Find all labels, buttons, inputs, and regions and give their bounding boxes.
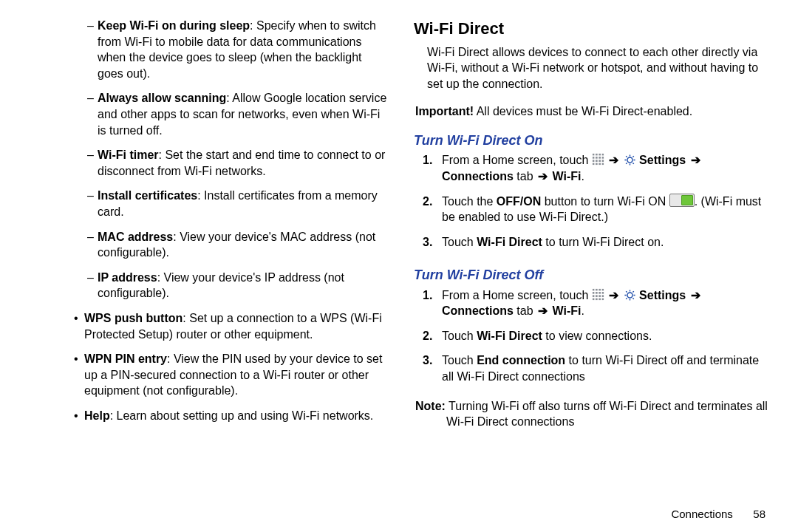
- section-heading: Wi-Fi Direct: [414, 18, 771, 40]
- page-number: 58: [736, 507, 765, 522]
- term: Wi-Fi timer: [98, 149, 159, 161]
- step: Touch the OFF/ON button to turn Wi-Fi ON…: [423, 194, 771, 225]
- step: Touch Wi-Fi Direct to turn Wi-Fi Direct …: [423, 234, 771, 250]
- settings-label: Settings: [639, 289, 686, 301]
- term: Keep Wi-Fi on during sleep: [98, 19, 250, 32]
- connections-label: Connections: [442, 304, 514, 317]
- arrow-icon: ➔: [689, 154, 702, 166]
- list-item: Help: Learn about setting up and using W…: [74, 408, 387, 424]
- step-text: Touch: [442, 236, 477, 248]
- list-item: IP address: View your device's IP addres…: [87, 270, 387, 301]
- step-text: Touch: [442, 330, 477, 342]
- steps-turn-on: From a Home screen, touch ➔ Settings ➔ C…: [423, 152, 771, 259]
- page: Keep Wi-Fi on during sleep: Specify when…: [0, 0, 798, 532]
- gear-icon: [624, 154, 636, 166]
- apps-icon: [592, 288, 604, 301]
- list-item: Keep Wi-Fi on during sleep: Specify when…: [87, 18, 387, 81]
- svg-point-1: [627, 293, 632, 298]
- steps-turn-off: From a Home screen, touch ➔ Settings ➔ C…: [423, 287, 771, 394]
- list-item: Wi-Fi timer: Set the start and end time …: [87, 147, 387, 179]
- arrow-icon: ➔: [536, 304, 549, 317]
- list-item: WPS push button: Set up a connection to …: [74, 310, 387, 342]
- subheading-turn-on: Turn Wi-Fi Direct On: [414, 132, 771, 149]
- desc: : Learn about setting up and using Wi-Fi…: [110, 409, 374, 422]
- term: Help: [84, 409, 110, 422]
- step-text: From a Home screen, touch: [442, 154, 592, 166]
- term: WPN PIN entry: [84, 352, 167, 365]
- arrow-icon: ➔: [607, 289, 620, 301]
- important-label: Important!: [415, 105, 474, 117]
- term: Always allow scanning: [98, 92, 226, 104]
- list-item: MAC address: View your device's MAC addr…: [87, 229, 387, 261]
- tab-text: tab: [514, 304, 536, 317]
- intro-paragraph: Wi-Fi Direct allows devices to connect t…: [427, 44, 771, 92]
- step: From a Home screen, touch ➔ Settings ➔ C…: [423, 287, 771, 319]
- wifi-label: Wi-Fi: [552, 304, 581, 317]
- step-text: to turn Wi-Fi Direct on.: [542, 236, 664, 248]
- apps-icon: [592, 153, 604, 166]
- toggle-on-icon: [669, 194, 695, 207]
- step-text: Touch the: [442, 195, 497, 208]
- dash-list: Keep Wi-Fi on during sleep: Specify when…: [30, 18, 387, 301]
- wifi-label: Wi-Fi: [552, 170, 581, 183]
- step-text: button to turn Wi-Fi ON: [541, 195, 669, 208]
- list-item: Always allow scanning: Allow Google loca…: [87, 90, 387, 138]
- list-item: WPN PIN entry: View the PIN used by your…: [74, 351, 387, 399]
- arrow-icon: ➔: [689, 289, 702, 301]
- step-text: Touch: [442, 354, 477, 366]
- tab-text: tab: [514, 170, 536, 183]
- important-text: All devices must be Wi-Fi Direct-enabled…: [474, 105, 692, 117]
- arrow-icon: ➔: [536, 170, 549, 183]
- end-connection-label: End connection: [477, 354, 565, 366]
- step: Touch Wi-Fi Direct to view connections.: [423, 328, 771, 344]
- wifi-direct-label: Wi-Fi Direct: [477, 236, 542, 248]
- connections-label: Connections: [442, 170, 514, 183]
- step: From a Home screen, touch ➔ Settings ➔ C…: [423, 152, 771, 184]
- subheading-turn-off: Turn Wi-Fi Direct Off: [414, 266, 771, 284]
- off-on-label: OFF/ON: [497, 195, 541, 208]
- gear-icon: [624, 289, 636, 301]
- settings-label: Settings: [639, 154, 686, 166]
- left-column: Keep Wi-Fi on during sleep: Specify when…: [27, 18, 387, 522]
- important-note: Important! All devices must be Wi-Fi Dir…: [415, 103, 771, 120]
- term: MAC address: [98, 231, 173, 243]
- note: Note: Turning Wi-Fi off also turns off W…: [415, 398, 771, 430]
- wifi-direct-label: Wi-Fi Direct: [477, 330, 542, 342]
- list-item: Install certificates: Install certificat…: [87, 188, 387, 219]
- page-footer: Connections 58: [414, 507, 771, 522]
- step-text: to view connections.: [542, 330, 652, 342]
- arrow-icon: ➔: [607, 154, 620, 166]
- step-text: From a Home screen, touch: [442, 289, 592, 301]
- term: WPS push button: [84, 312, 183, 324]
- step: Touch End connection to turn Wi-Fi Direc…: [423, 352, 771, 384]
- term: IP address: [98, 271, 157, 284]
- footer-section: Connections: [671, 508, 732, 520]
- note-text: Turning Wi-Fi off also turns off Wi-Fi D…: [446, 400, 768, 429]
- note-label: Note:: [415, 400, 446, 412]
- svg-point-0: [627, 157, 632, 163]
- right-column: Wi-Fi Direct Wi-Fi Direct allows devices…: [414, 18, 771, 522]
- term: Install certificates: [98, 189, 197, 202]
- bullet-list: WPS push button: Set up a connection to …: [30, 310, 387, 424]
